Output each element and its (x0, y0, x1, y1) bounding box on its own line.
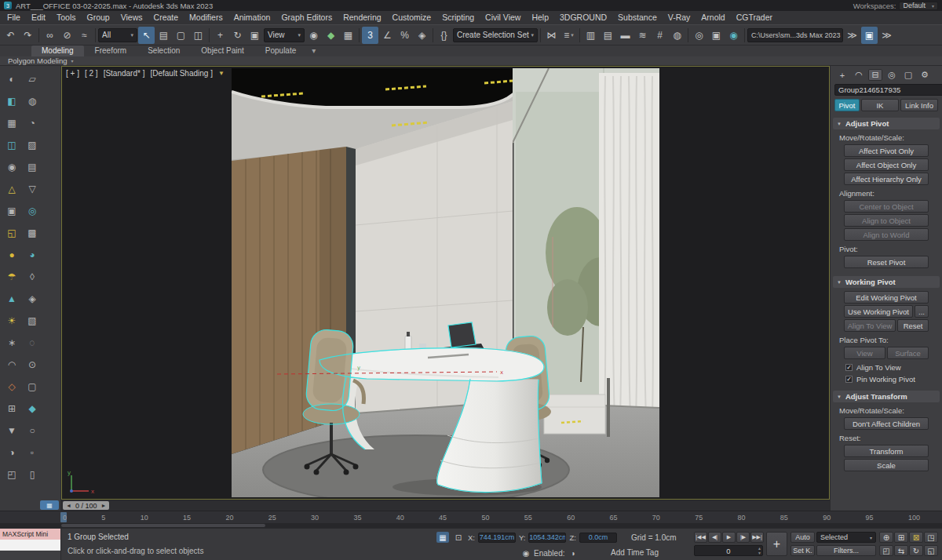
display-tab-icon[interactable]: ▢ (901, 69, 915, 81)
ribbon-tab-populate[interactable]: Populate (255, 45, 306, 56)
menu-item[interactable]: Group (82, 11, 115, 24)
keyboard-override-icon[interactable]: ▦ (340, 27, 356, 44)
ribbon-toggle-icon[interactable]: ▬ (617, 27, 633, 44)
snaps-toggle-icon[interactable]: 3 (362, 27, 378, 44)
pan-icon[interactable]: ⇆ (894, 545, 908, 556)
ik-mode-button[interactable]: IK (861, 99, 899, 111)
left-tool-icon[interactable]: ◫ (3, 136, 20, 154)
polygon-modeling-panel[interactable]: Polygon Modeling (8, 56, 68, 65)
select-and-rotate-icon[interactable]: ↻ (229, 27, 246, 44)
select-and-scale-icon[interactable]: ▣ (246, 27, 263, 44)
place-pivot-view-button[interactable]: View (844, 347, 885, 359)
next-frame-button[interactable]: |▶ (736, 532, 750, 543)
reset-pivot-button[interactable]: Reset Pivot (844, 256, 929, 268)
affect-button[interactable]: Affect Hierarchy Only (844, 173, 929, 185)
time-slider-handle[interactable]: ◄ 0 / 100 ► (63, 501, 109, 510)
left-tool-icon[interactable]: ⊙ (24, 356, 41, 373)
use-working-pivot-button[interactable]: Use Working Pivot (844, 305, 913, 318)
mirror-icon[interactable]: ⋈ (543, 27, 560, 44)
rollout-header[interactable]: ▼ Adjust Pivot (833, 118, 940, 129)
workspace-tool-icon[interactable]: ▣ (861, 27, 878, 44)
percent-snap-icon[interactable]: % (396, 27, 413, 44)
hierarchy-tab-icon[interactable]: ⊟ (868, 69, 882, 81)
left-tool-icon[interactable]: ▣ (3, 202, 20, 220)
menu-item[interactable]: Create (148, 11, 184, 24)
zoom-icon[interactable]: ⊕ (879, 532, 893, 543)
left-tool-icon[interactable]: ◰ (3, 466, 20, 483)
viewport-menu-general[interactable]: [ + ] (66, 69, 79, 78)
next-frame-arrow-icon[interactable]: ► (100, 503, 106, 508)
add-time-tag[interactable]: Add Time Tag (611, 548, 659, 557)
left-tool-icon[interactable]: ▦ (3, 115, 20, 132)
orbit-icon[interactable]: ↻ (909, 545, 923, 556)
modify-tab-icon[interactable]: ◠ (852, 69, 866, 81)
material-editor-icon[interactable]: ◍ (669, 27, 685, 44)
redo-icon[interactable]: ↷ (20, 27, 36, 44)
menu-item[interactable]: Tools (51, 11, 82, 24)
left-tool-icon[interactable]: ◎ (24, 202, 41, 220)
menu-item[interactable]: Edit (26, 11, 51, 24)
reference-coordinate-dropdown[interactable]: View ▾ (264, 28, 305, 42)
left-tool-icon[interactable]: ▧ (24, 312, 41, 329)
set-keys-button[interactable]: + (766, 532, 787, 556)
menu-item[interactable]: Views (115, 11, 148, 24)
time-slider[interactable]: ◄ 0 / 100 ► (61, 500, 830, 511)
place-pivot-surface-button[interactable]: Surface (887, 347, 929, 359)
left-tool-icon[interactable]: ▲ (3, 290, 20, 307)
alignment-button[interactable]: Center to Object (844, 200, 929, 213)
previous-frame-button[interactable]: ◀| (708, 532, 721, 543)
undo-icon[interactable]: ↶ (2, 27, 19, 44)
alignment-button[interactable]: Align to World (844, 228, 929, 241)
named-selection-combo[interactable]: Create Selection Set ▾ (453, 28, 538, 42)
render-setup-icon[interactable]: ◎ (691, 27, 707, 44)
motion-tab-icon[interactable]: ◎ (885, 69, 899, 81)
absolute-mode-icon[interactable]: ▦ (436, 532, 449, 543)
menu-item[interactable]: Graph Editors (276, 11, 338, 24)
select-and-move-icon[interactable]: + (212, 27, 228, 44)
select-object-icon[interactable]: ↖ (138, 27, 155, 44)
menu-item[interactable]: Modifiers (184, 11, 228, 24)
left-tool-icon[interactable]: ◍ (24, 93, 41, 110)
left-tool-icon[interactable]: ◱ (3, 224, 20, 242)
x-coordinate-field[interactable]: 744.191cm (478, 533, 516, 543)
zoom-extents-all-icon[interactable]: ◳ (924, 532, 938, 543)
bind-to-space-warp-icon[interactable]: ≈ (76, 27, 93, 44)
left-tool-icon[interactable]: ▢ (24, 378, 41, 395)
left-tool-icon[interactable]: ● (3, 246, 20, 264)
viewport-filter-icon[interactable]: ▼ (218, 70, 225, 77)
left-tool-icon[interactable]: ◐ (3, 71, 20, 88)
spinner-snap-icon[interactable]: ◈ (414, 27, 430, 44)
mini-curve-editor-button[interactable]: ▦ (40, 500, 59, 510)
left-tool-icon[interactable]: ◈ (24, 290, 41, 307)
menu-item[interactable]: Arnold (696, 11, 730, 24)
affect-button[interactable]: Affect Pivot Only (844, 144, 929, 157)
viewport-canvas[interactable]: y x (232, 68, 659, 497)
left-tool-icon[interactable]: ◑ (3, 444, 20, 461)
left-tool-icon[interactable]: ◌ (24, 334, 41, 351)
selection-region-icon[interactable]: ▢ (173, 27, 189, 44)
workspace-dropdown[interactable]: Default ▾ (899, 2, 938, 10)
reset-scale-button[interactable]: Scale (844, 459, 929, 471)
menu-item[interactable]: File (2, 11, 26, 24)
menu-item[interactable]: Scripting (436, 11, 480, 24)
menu-item[interactable]: Civil View (480, 11, 526, 24)
pivot-mode-button[interactable]: Pivot (834, 99, 860, 111)
left-tool-icon[interactable]: ▽ (24, 180, 41, 198)
align-to-view-button[interactable]: Align To View (844, 319, 896, 332)
angle-snap-icon[interactable]: ∠ (379, 27, 396, 44)
project-folder-field[interactable]: C:\Users\sm...3ds Max 2023 (747, 28, 843, 42)
track-bar-thumb[interactable] (61, 524, 265, 527)
key-filters-button[interactable]: Filters... (816, 545, 876, 556)
create-tab-icon[interactable]: + (835, 69, 849, 81)
current-frame-field[interactable]: 0 ▲▼ (694, 545, 763, 556)
schematic-view-icon[interactable]: # (652, 27, 668, 44)
progressive-display-icon[interactable]: ◉ (521, 547, 531, 558)
align-to-view-checkbox[interactable]: ✓ Align To View (834, 361, 938, 373)
set-key-mode-button[interactable]: Set K. (790, 545, 815, 556)
menu-item[interactable]: CGTrader (731, 11, 778, 24)
left-tool-icon[interactable]: ☂ (3, 268, 20, 285)
auto-key-button[interactable]: Auto (790, 532, 815, 543)
selection-filter-dropdown[interactable]: All ▾ (98, 28, 137, 42)
go-to-start-button[interactable]: |◀◀ (694, 532, 707, 543)
maxscript-mini-listener[interactable]: MAXScript Mini (0, 529, 61, 560)
